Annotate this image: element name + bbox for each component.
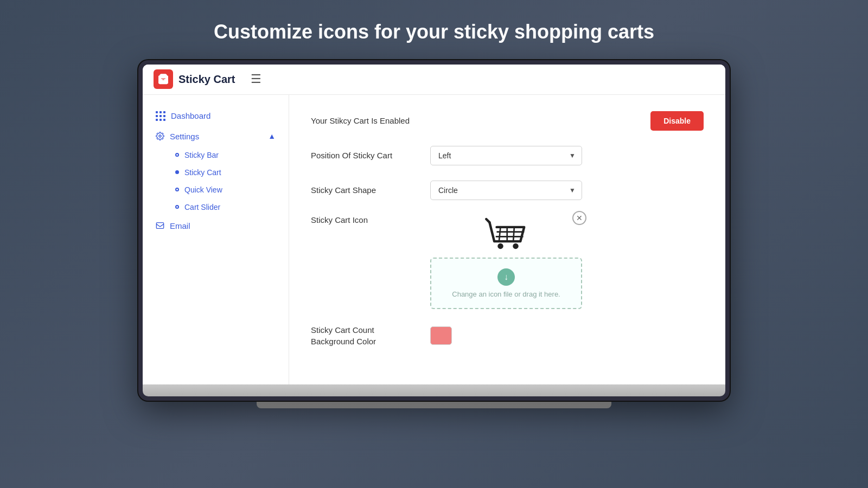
sidebar-subitem-sticky-bar[interactable]: Sticky Bar [167, 146, 289, 164]
hamburger-icon[interactable]: ☰ [246, 70, 266, 88]
logo-area: Sticky Cart [154, 69, 235, 89]
laptop-frame: Sticky Cart ☰ Dashboard [138, 60, 730, 408]
sidebar-item-settings[interactable]: Settings ▲ [143, 126, 289, 146]
dot-icon-2 [175, 188, 179, 191]
drag-drop-text: Change an icon file or drag it here. [441, 290, 571, 298]
status-row: Your Stikcy Cart Is Enabled Disable [311, 111, 704, 131]
count-bg-label: Sticky Cart CountBackground Color [311, 324, 419, 347]
sidebar-item-dashboard[interactable]: Dashboard [143, 106, 289, 126]
status-text: Your Stikcy Cart Is Enabled [311, 116, 410, 125]
quick-view-label: Quick View [184, 185, 222, 194]
gear-icon [156, 132, 164, 140]
icon-upload-area: ✕ ↓ Change an icon file or drag it here. [430, 215, 582, 309]
chevron-up-icon: ▲ [268, 132, 276, 140]
sidebar-subitem-quick-view[interactable]: Quick View [167, 181, 289, 198]
settings-form: Your Stikcy Cart Is Enabled Disable Posi… [289, 95, 725, 384]
shape-row: Sticky Cart Shape Circle Square Rounded … [311, 181, 704, 200]
svg-line-6 [513, 227, 514, 241]
position-label: Position Of Sticky Cart [311, 151, 419, 160]
dot-active-icon [175, 170, 179, 174]
svg-point-2 [159, 135, 161, 137]
laptop-screen: Sticky Cart ☰ Dashboard [138, 60, 730, 401]
email-label: Email [170, 221, 190, 230]
download-icon: ↓ [497, 268, 515, 286]
dot-icon [175, 153, 179, 157]
app-title: Sticky Cart [178, 73, 235, 86]
content-panel: Your Stikcy Cart Is Enabled Disable Posi… [289, 95, 725, 384]
icon-label: Sticky Cart Icon [311, 215, 419, 224]
laptop-base [257, 401, 611, 408]
dot-icon-3 [175, 205, 179, 209]
settings-label: Settings [170, 132, 199, 141]
laptop-bottom-bezel [143, 384, 725, 396]
sidebar-subitem-sticky-cart[interactable]: Sticky Cart [167, 164, 289, 181]
hero-section: Customize icons for your sticky shopping… [214, 20, 654, 45]
cart-icon [482, 215, 531, 253]
svg-line-4 [499, 227, 501, 241]
position-row: Position Of Sticky Cart Left Right ▼ [311, 146, 704, 165]
position-select-wrapper: Left Right ▼ [430, 146, 582, 165]
cart-slider-label: Cart Slider [184, 203, 220, 211]
logo-icon [154, 69, 173, 89]
dashboard-icon [156, 111, 165, 121]
count-bg-color-row: Sticky Cart CountBackground Color [311, 324, 704, 347]
svg-rect-3 [156, 223, 163, 229]
sticky-cart-label: Sticky Cart [184, 168, 221, 177]
screen-inner: Sticky Cart ☰ Dashboard [143, 65, 725, 384]
dashboard-label: Dashboard [171, 111, 210, 120]
position-select[interactable]: Left Right [430, 146, 582, 165]
svg-point-10 [513, 243, 519, 249]
sticky-bar-label: Sticky Bar [184, 151, 219, 159]
svg-point-9 [497, 243, 503, 249]
hero-title: Customize icons for your sticky shopping… [214, 20, 654, 45]
shape-select-wrapper: Circle Square Rounded ▼ [430, 181, 582, 200]
disable-button[interactable]: Disable [650, 111, 704, 131]
count-bg-color-swatch[interactable] [430, 326, 452, 345]
main-area: Dashboard Settings ▲ [143, 95, 725, 384]
email-icon [156, 221, 164, 230]
sidebar-subitem-cart-slider[interactable]: Cart Slider [167, 198, 289, 216]
drag-drop-area[interactable]: ↓ Change an icon file or drag it here. [430, 258, 582, 309]
top-bar: Sticky Cart ☰ [143, 65, 725, 95]
sidebar: Dashboard Settings ▲ [143, 95, 289, 384]
settings-left: Settings [156, 132, 199, 141]
icon-preview: ✕ [430, 215, 582, 253]
sidebar-subitems: Sticky Bar Sticky Cart Quick View C [143, 146, 289, 216]
sidebar-item-email[interactable]: Email [143, 216, 289, 236]
shape-label: Sticky Cart Shape [311, 185, 419, 195]
shape-select[interactable]: Circle Square Rounded [430, 181, 582, 200]
icon-row: Sticky Cart Icon [311, 215, 704, 309]
icon-close-button[interactable]: ✕ [572, 211, 586, 225]
